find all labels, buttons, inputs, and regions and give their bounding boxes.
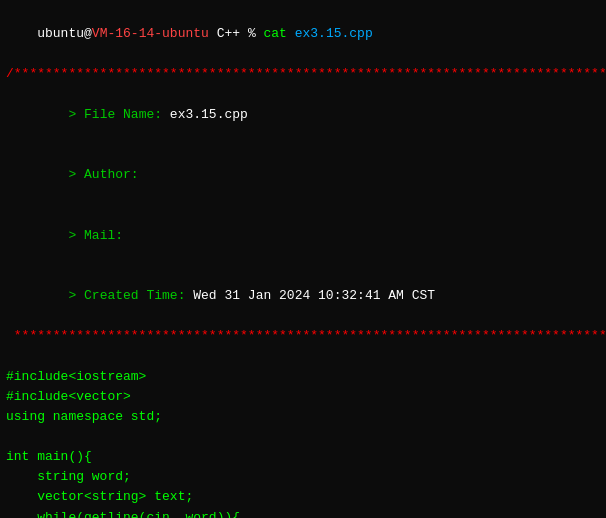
meta-author-key: > Author: bbox=[37, 167, 138, 182]
meta-created-val: Wed 31 Jan 2024 10:32:41 AM CST bbox=[193, 288, 435, 303]
meta-created-key: > Created Time: bbox=[37, 288, 193, 303]
include-line-1: #include<iostream> bbox=[6, 367, 600, 387]
prompt-cmd: cat bbox=[263, 26, 286, 41]
terminal: ubuntu@VM-16-14-ubuntu C++ % cat ex3.15.… bbox=[0, 0, 606, 518]
meta-filename-val: ex3.15.cpp bbox=[170, 107, 248, 122]
meta-filename-key: > File Name: bbox=[37, 107, 170, 122]
using-line: using namespace std; bbox=[6, 407, 600, 427]
prompt-host: VM-16-14-ubuntu bbox=[92, 26, 209, 41]
stars-top: /***************************************… bbox=[6, 64, 600, 84]
meta-line-4: > Created Time: Wed 31 Jan 2024 10:32:41… bbox=[6, 266, 600, 326]
meta-mail-key: > Mail: bbox=[37, 228, 123, 243]
main-start: int main(){ bbox=[6, 447, 600, 467]
code-line-1: string word; bbox=[6, 467, 600, 487]
code-line-2: vector<string> text; bbox=[6, 487, 600, 507]
include-line-2: #include<vector> bbox=[6, 387, 600, 407]
code-line-3: while(getline(cin, word)){ bbox=[6, 508, 600, 518]
prompt-rest: C++ % bbox=[209, 26, 264, 41]
stars-bottom: ****************************************… bbox=[6, 326, 600, 346]
blank-line-1 bbox=[6, 346, 600, 366]
meta-line-1: > File Name: ex3.15.cpp bbox=[6, 85, 600, 145]
blank-line-2 bbox=[6, 427, 600, 447]
prompt-user: ubuntu bbox=[37, 26, 84, 41]
prompt-arg: ex3.15.cpp bbox=[287, 26, 373, 41]
meta-line-2: > Author: bbox=[6, 145, 600, 205]
prompt-line-1: ubuntu@VM-16-14-ubuntu C++ % cat ex3.15.… bbox=[6, 4, 600, 64]
prompt-at: @ bbox=[84, 26, 92, 41]
meta-line-3: > Mail: bbox=[6, 205, 600, 265]
